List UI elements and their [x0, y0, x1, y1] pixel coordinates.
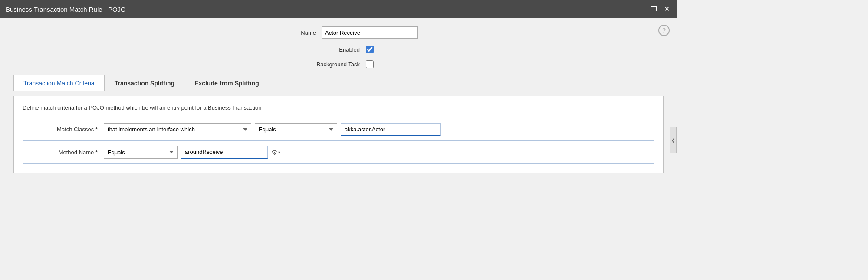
tab-content-match-criteria: Define match criteria for a POJO method …: [14, 96, 663, 173]
close-button[interactable]: ✕: [662, 5, 671, 13]
main-window: Business Transaction Match Rule - POJO 🗖…: [0, 0, 677, 280]
sidebar-toggle-icon: ❮: [671, 138, 675, 143]
method-name-dropdown[interactable]: Equals Contains Starts With Ends With: [104, 146, 178, 159]
tab-exclude-splitting[interactable]: Exclude from Splitting: [184, 75, 269, 91]
gear-dropdown-icon: ▾: [278, 150, 280, 155]
criteria-table: Match Classes * that implements an Inter…: [23, 118, 654, 164]
tab-match-criteria[interactable]: Transaction Match Criteria: [13, 75, 105, 91]
background-task-checkbox-container: [366, 60, 374, 68]
background-task-checkbox[interactable]: [366, 60, 374, 68]
match-classes-text-input[interactable]: [341, 123, 441, 136]
tab-description: Define match criteria for a POJO method …: [23, 104, 654, 111]
tab-exclude-splitting-label: Exclude from Splitting: [194, 80, 259, 87]
sidebar-toggle[interactable]: ❮: [670, 127, 677, 153]
tabs-wrapper: Transaction Match Criteria Transaction S…: [13, 75, 664, 173]
tab-match-criteria-label: Transaction Match Criteria: [23, 80, 95, 87]
name-row: Name: [13, 26, 664, 39]
window-title: Business Transaction Match Rule - POJO: [6, 6, 126, 13]
minimize-button[interactable]: 🗖: [648, 5, 659, 13]
enabled-checkbox-container: [366, 46, 374, 53]
gear-button[interactable]: ⚙ ▾: [271, 148, 280, 156]
enabled-row: Enabled: [13, 46, 664, 53]
enabled-checkbox[interactable]: [366, 46, 374, 53]
title-bar: Business Transaction Match Rule - POJO 🗖…: [0, 0, 677, 18]
method-name-text-input[interactable]: [181, 146, 268, 159]
method-name-row: Method Name * Equals Contains Starts Wit…: [23, 141, 654, 163]
content-area: ? Name Enabled Background Task Transacti…: [0, 18, 677, 280]
match-classes-row: Match Classes * that implements an Inter…: [23, 118, 654, 141]
help-icon[interactable]: ?: [658, 25, 670, 36]
method-name-label: Method Name *: [28, 149, 98, 156]
background-task-row: Background Task: [13, 60, 664, 68]
enabled-label: Enabled: [303, 46, 360, 53]
background-task-label: Background Task: [303, 61, 360, 68]
name-input[interactable]: [322, 26, 418, 39]
name-label: Name: [260, 29, 316, 36]
match-classes-dropdown2[interactable]: Equals Contains Starts With Ends With: [255, 123, 337, 136]
window-controls: 🗖 ✕: [648, 5, 671, 13]
tabs-header: Transaction Match Criteria Transaction S…: [13, 75, 664, 91]
tabs-container: Define match criteria for a POJO method …: [13, 96, 664, 173]
gear-icon: ⚙: [271, 148, 277, 156]
match-classes-dropdown1[interactable]: that implements an Interface which that …: [104, 123, 251, 136]
tab-splitting[interactable]: Transaction Splitting: [105, 75, 184, 91]
tab-splitting-label: Transaction Splitting: [115, 80, 174, 87]
match-classes-label: Match Classes *: [28, 126, 98, 133]
